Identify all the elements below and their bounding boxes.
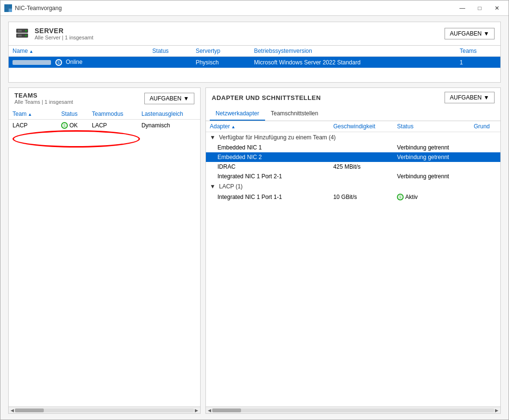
bottom-row: TEAMS Alle Teams | 1 insgesamt AUFGABEN …	[8, 87, 501, 414]
main-content: SERVER Alle Server | 1 insgesamt AUFGABE…	[0, 16, 509, 420]
main-window: NIC-Teamvorgang — □ ✕	[0, 0, 509, 420]
server-servertyp-cell: Physisch	[192, 57, 250, 68]
svg-rect-1	[9, 4, 12, 8]
server-subtitle: Alle Server | 1 insgesamt	[35, 35, 445, 40]
adapter-col-geschwindigkeit[interactable]: Geschwindigkeit	[330, 121, 394, 132]
adapter-group-header-1: ▼ Verfügbar für Hinzufügung zu einem Tea…	[206, 132, 500, 143]
table-row[interactable]: ① Online Physisch Microsoft Windows Serv…	[9, 57, 500, 68]
server-section-header: SERVER Alle Server | 1 insgesamt AUFGABE…	[9, 22, 500, 45]
server-section: SERVER Alle Server | 1 insgesamt AUFGABE…	[8, 22, 501, 83]
teams-section-header: TEAMS Alle Teams | 1 insgesamt AUFGABEN …	[9, 88, 200, 109]
status-online: ①	[55, 59, 62, 66]
adapter-table: Adapter Geschwindigkeit Status Grund	[206, 121, 500, 202]
team-lastenausgleich-cell: Dynamisch	[138, 120, 200, 131]
server-col-name[interactable]: Name	[9, 46, 149, 57]
adapter-scrollbar[interactable]: ◀ ▶	[206, 407, 500, 413]
app-icon	[4, 4, 12, 12]
team-teammodus-cell: LACP	[88, 120, 138, 131]
adapter-group-header-2: ▼ LACP (1)	[206, 181, 500, 192]
window-title: NIC-Teamvorgang	[15, 5, 455, 12]
adapter-col-grund[interactable]: Grund	[470, 121, 500, 132]
table-row[interactable]: IDRAC 425 MBit/s	[206, 162, 500, 172]
teams-title-block: TEAMS Alle Teams | 1 insgesamt	[14, 92, 144, 105]
adapter-section: ADAPTER UND SCHNITTSTELLEN AUFGABEN ▼ Ne…	[205, 87, 501, 414]
server-table-container: Name Status Servertyp Betriebssystemvers…	[9, 45, 500, 82]
adapter-section-header: ADAPTER UND SCHNITTSTELLEN AUFGABEN ▼	[206, 88, 500, 107]
teams-table-area: Team Status Teammodus Lastenausgleich	[9, 109, 200, 407]
title-bar: NIC-Teamvorgang — □ ✕	[0, 0, 509, 16]
scroll-left-arrow-adapter[interactable]: ◀	[207, 408, 212, 413]
server-aufgaben-button[interactable]: AUFGABEN ▼	[445, 28, 495, 39]
svg-rect-8	[18, 30, 22, 32]
server-table: Name Status Servertyp Betriebssystemvers…	[9, 46, 500, 82]
adapter-status-aktiv: ① Aktiv	[397, 194, 418, 200]
adapter-aufgaben-button[interactable]: AUFGABEN ▼	[445, 92, 495, 103]
dropdown-arrow-icon: ▼	[484, 94, 489, 101]
adapter-table-area: Adapter Geschwindigkeit Status Grund	[206, 121, 500, 407]
window-controls: — □ ✕	[455, 1, 505, 15]
server-col-teams[interactable]: Teams	[456, 46, 500, 57]
teams-scrollbar[interactable]: ◀ ▶	[9, 407, 200, 413]
server-os-cell: Microsoft Windows Server 2022 Standard	[250, 57, 456, 68]
scrollbar-track[interactable]	[15, 408, 194, 412]
adapter-scrollbar-track[interactable]	[212, 408, 494, 412]
adapter-col-adapter[interactable]: Adapter	[206, 121, 330, 132]
server-col-servertyp[interactable]: Servertyp	[192, 46, 250, 57]
svg-rect-2	[4, 9, 8, 12]
table-row-empty	[9, 68, 500, 82]
adapter-tab-bar: Netzwerkadapter Teamschnittstellen	[206, 107, 500, 121]
tab-teamschnittstellen[interactable]: Teamschnittstellen	[265, 107, 324, 121]
table-row[interactable]: Embedded NIC 2 Verbindung getrennt	[206, 152, 500, 162]
teams-col-team[interactable]: Team	[9, 109, 57, 120]
teams-aufgaben-button[interactable]: AUFGABEN ▼	[144, 93, 194, 104]
dropdown-arrow-icon: ▼	[183, 95, 189, 102]
adapter-title: ADAPTER UND SCHNITTSTELLEN	[212, 94, 445, 101]
adapter-scrollbar-thumb[interactable]	[212, 408, 241, 412]
teams-section: TEAMS Alle Teams | 1 insgesamt AUFGABEN …	[8, 87, 201, 414]
tab-netzwerkadapter[interactable]: Netzwerkadapter	[210, 107, 265, 121]
scroll-right-arrow[interactable]: ▶	[194, 408, 199, 413]
maximize-button[interactable]: □	[472, 1, 487, 15]
team-status-cell: ① OK	[57, 120, 88, 131]
server-title-block: SERVER Alle Server | 1 insgesamt	[35, 27, 445, 40]
svg-point-6	[25, 30, 27, 32]
server-col-status[interactable]: Status	[149, 46, 192, 57]
scroll-right-arrow-adapter[interactable]: ▶	[494, 408, 499, 413]
teams-table: Team Status Teammodus Lastenausgleich	[9, 109, 200, 131]
svg-rect-9	[18, 35, 22, 37]
team-name-cell: LACP	[9, 120, 57, 131]
group-collapse-arrow-2[interactable]: ▼	[210, 183, 216, 190]
server-title: SERVER	[35, 27, 445, 35]
table-row[interactable]: Integrated NIC 1 Port 1-1 10 GBit/s ① Ak…	[206, 192, 500, 202]
close-button[interactable]: ✕	[489, 1, 505, 15]
dropdown-arrow-icon: ▼	[484, 30, 489, 37]
server-icon	[14, 26, 30, 41]
team-status-ok: ① OK	[61, 122, 77, 129]
teams-col-status[interactable]: Status	[57, 109, 88, 120]
scroll-left-arrow[interactable]: ◀	[10, 408, 15, 413]
table-row[interactable]: LACP ① OK LACP Dynamisch	[9, 120, 200, 131]
adapter-col-status[interactable]: Status	[393, 121, 470, 132]
svg-rect-3	[9, 9, 12, 12]
teams-subtitle: Alle Teams | 1 insgesamt	[14, 99, 144, 105]
table-row[interactable]: Embedded NIC 1 Verbindung getrennt	[206, 143, 500, 152]
svg-point-7	[25, 35, 27, 37]
svg-rect-0	[4, 4, 8, 8]
scrollbar-thumb[interactable]	[15, 408, 44, 412]
table-row[interactable]: Integrated NIC 1 Port 2-1 Verbindung get…	[206, 172, 500, 181]
group-collapse-arrow[interactable]: ▼	[210, 134, 216, 141]
server-col-betriebssystem[interactable]: Betriebssystemversion	[250, 46, 456, 57]
server-name-cell: ① Online	[9, 57, 149, 68]
minimize-button[interactable]: —	[455, 1, 470, 15]
server-teams-cell: 1	[456, 57, 500, 68]
teams-col-lastenausgleich[interactable]: Lastenausgleich	[138, 109, 200, 120]
teams-col-teammodus[interactable]: Teammodus	[88, 109, 138, 120]
teams-title: TEAMS	[14, 92, 144, 99]
